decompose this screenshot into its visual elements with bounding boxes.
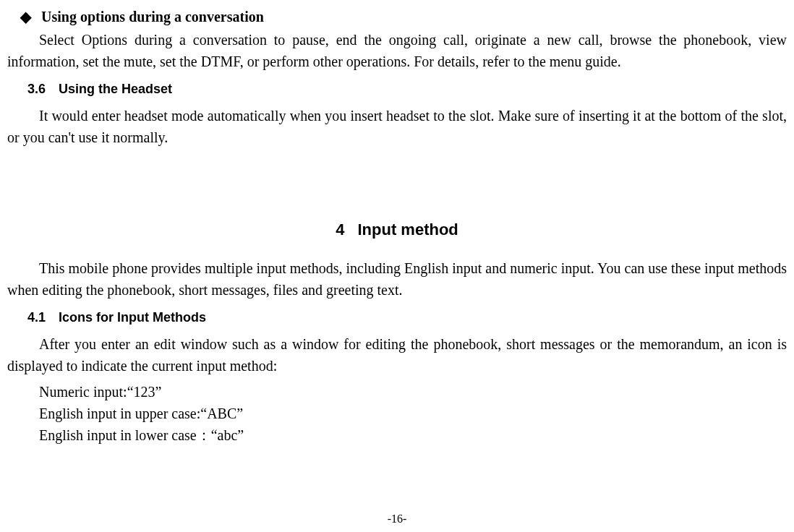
section-title: Icons for Input Methods [59, 310, 206, 325]
section-4-1-paragraph: After you enter an edit window such as a… [7, 333, 787, 377]
bullet-diamond-icon: ◆ [20, 6, 31, 27]
english-lower-line: English input in lower case：“abc” [39, 424, 787, 446]
section-heading-4-1: 4.1Icons for Input Methods [27, 308, 787, 327]
section-heading-3-6: 3.6Using the Headset [27, 80, 787, 99]
page-number: -16- [0, 510, 794, 528]
chapter-heading-4: 4Input method [7, 218, 787, 241]
section-number: 3.6 [27, 82, 46, 96]
chapter-title: Input method [357, 220, 458, 239]
bullet-section-paragraph: Select Options during a conversation to … [7, 29, 787, 72]
chapter-number: 4 [336, 220, 344, 239]
bullet-heading: ◆ Using options during a conversation [20, 6, 787, 27]
chapter-4-intro: This mobile phone provides multiple inpu… [7, 257, 787, 301]
section-3-6-paragraph: It would enter headset mode automaticall… [7, 105, 787, 148]
bullet-heading-text: Using options during a conversation [41, 6, 264, 27]
english-upper-line: English input in upper case:“ABC” [39, 403, 787, 424]
numeric-input-line: Numeric input:“123” [39, 381, 787, 403]
section-title: Using the Headset [59, 82, 172, 96]
section-number: 4.1 [27, 310, 46, 325]
